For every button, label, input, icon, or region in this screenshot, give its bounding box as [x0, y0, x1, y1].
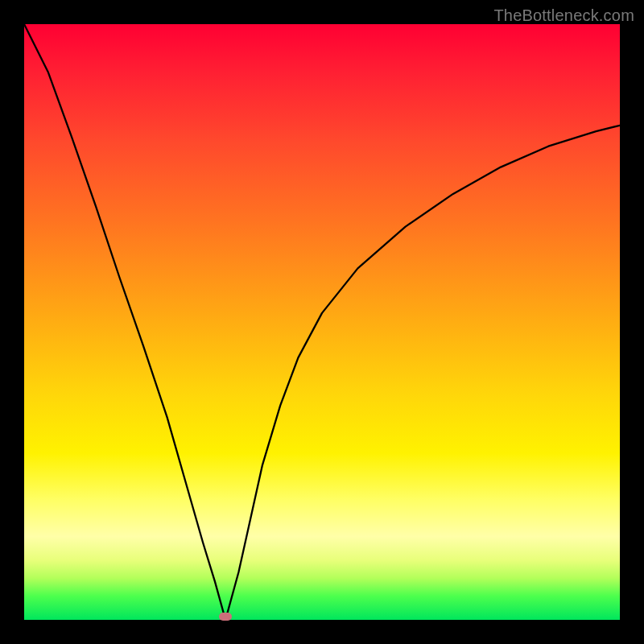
watermark-text: TheBottleneck.com [493, 6, 634, 25]
bottleneck-curve [24, 24, 620, 620]
chart-frame: TheBottleneck.com [0, 0, 644, 644]
plot-area [24, 24, 620, 620]
optimal-point-marker [219, 613, 232, 621]
